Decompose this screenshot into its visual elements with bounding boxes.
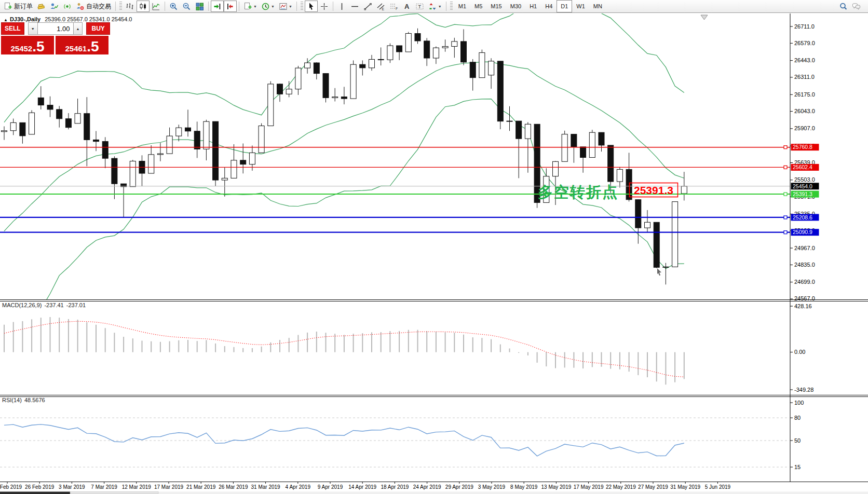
tile-windows-button[interactable] — [193, 1, 206, 12]
annotation-text: 多空转折点 — [538, 184, 618, 200]
price-tick-label: 26043.0 — [794, 108, 815, 114]
autoscroll-icon — [213, 2, 222, 11]
label-icon: T — [415, 2, 424, 11]
dropdown-arrow-icon[interactable]: ▼ — [271, 5, 275, 8]
cursor-icon — [307, 2, 316, 11]
toolbar-drag-handle[interactable] — [450, 2, 453, 11]
chat-button[interactable] — [850, 1, 863, 12]
toolbar-separator — [115, 2, 116, 11]
volume-decrease-button[interactable]: ▼ — [28, 22, 38, 35]
zoom-out-button[interactable] — [180, 1, 193, 12]
trendline-button[interactable] — [361, 1, 374, 12]
ea-icon — [50, 2, 59, 11]
timeframe-mn-button[interactable]: MN — [589, 0, 606, 12]
timeframe-h4-button[interactable]: H4 — [541, 0, 557, 12]
macd-indicator-label: MACD(12,26,9)-237.41-237.01 — [2, 302, 88, 308]
ohlc-values: 25396.0 25567.0 25341.0 25454.0 — [45, 16, 132, 22]
timeframe-m30-button[interactable]: M30 — [506, 0, 525, 12]
date-label: 13 May 2019 — [541, 484, 571, 490]
toolbar-drag-handle[interactable] — [119, 2, 122, 11]
autotrade-icon — [76, 2, 85, 11]
channel-icon: E — [376, 2, 385, 11]
periods-button[interactable]: ▼ — [259, 1, 277, 12]
bar-chart-button[interactable] — [124, 1, 137, 12]
search-button[interactable] — [837, 1, 850, 12]
date-label: 8 May 2019 — [510, 484, 538, 490]
expert-advisors-button[interactable] — [48, 1, 61, 12]
crosshair-button[interactable] — [318, 1, 331, 12]
zoom-in-button[interactable] — [167, 1, 180, 12]
date-label: 21 Mar 2019 — [186, 484, 216, 490]
date-label: 12 Mar 2019 — [122, 484, 152, 490]
clock-icon — [261, 2, 270, 11]
text-label-button[interactable]: T — [413, 1, 426, 12]
dropdown-arrow-icon[interactable]: ▼ — [289, 5, 292, 8]
one-click-collapse-arrow[interactable]: ▲ — [4, 18, 8, 22]
price-line-axis-label: 25208.6 — [793, 214, 812, 221]
date-label: 17 May 2019 — [574, 484, 604, 490]
price-line-axis-label: 25760.8 — [793, 144, 812, 150]
trading-platform-window: 新订单自动交易▼▼▼EFAT▼M1M5M15M30H1H4D1W1MN 2671… — [0, 0, 868, 494]
dropdown-arrow-icon[interactable]: ▼ — [438, 5, 442, 8]
autotrading-button[interactable]: 自动交易 — [74, 1, 113, 12]
fibonacci-button[interactable]: F — [387, 1, 400, 12]
horizontal-line-button[interactable] — [348, 1, 361, 12]
rsi-level-label: 50 — [794, 437, 801, 444]
timeframe-m15-button[interactable]: M15 — [486, 0, 506, 12]
text-icon: A — [402, 2, 411, 11]
sell-button[interactable]: SELL — [1, 22, 24, 35]
sell-price-frac: .5 — [32, 40, 44, 53]
hline-icon — [350, 2, 359, 11]
toolbar-separator — [239, 2, 239, 11]
templates-button[interactable]: ▼ — [277, 1, 294, 12]
tile-windows-icon — [195, 2, 204, 11]
sell-price-display[interactable]: 25452.5 — [1, 36, 54, 54]
volume-increase-button[interactable]: ▲ — [73, 22, 83, 35]
timeframe-h1-button[interactable]: H1 — [525, 0, 541, 12]
chart-canvas: 26711.026579.026443.026311.026175.026043… — [0, 13, 868, 494]
new-order-button[interactable]: 新订单 — [2, 1, 35, 12]
candlestick-chart-button[interactable] — [137, 1, 150, 12]
line-chart-button[interactable] — [150, 1, 162, 12]
timeframe-w1-button[interactable]: W1 — [572, 0, 589, 12]
price-tick-label: 26175.0 — [794, 91, 815, 98]
signals-button[interactable] — [61, 1, 74, 12]
equidistant-channel-button[interactable]: E — [374, 1, 387, 12]
text-button[interactable]: A — [400, 1, 413, 12]
price-line-axis-label: 25454.0 — [793, 183, 812, 189]
toolbar-separator — [296, 2, 297, 11]
arrows-button[interactable]: ▼ — [426, 1, 444, 12]
timeframe-m1-button[interactable]: M1 — [454, 0, 470, 12]
chat-icon — [852, 2, 861, 11]
date-label: 21 Feb 2019 — [0, 484, 22, 490]
rsi-level-label: 15 — [794, 464, 801, 470]
buy-price-display[interactable]: 25461.5 — [56, 36, 108, 54]
vertical-line-button[interactable] — [335, 1, 348, 12]
price-tick-label: 25907.0 — [794, 125, 815, 131]
date-label: 17 Mar 2019 — [154, 484, 184, 490]
timeframe-d1-button[interactable]: D1 — [557, 0, 572, 12]
date-label: 3 Mar 2019 — [59, 484, 85, 490]
macd-axis-label: 428.16 — [794, 303, 812, 309]
rsi-indicator-label: RSI(14)48.5676 — [2, 397, 48, 403]
cursor-button[interactable] — [305, 1, 318, 12]
chart-shift-button[interactable] — [224, 1, 237, 12]
indicators-button[interactable]: ▼ — [241, 1, 259, 12]
autoscroll-button[interactable] — [211, 1, 224, 12]
shapes-icon — [428, 2, 437, 11]
candles-chart-icon — [139, 2, 147, 11]
volume-input[interactable] — [38, 22, 73, 35]
toolbar-separator — [333, 2, 333, 11]
toolbar-separator — [446, 2, 446, 11]
svg-text:T: T — [418, 4, 421, 9]
signal-icon — [63, 2, 72, 11]
dropdown-arrow-icon[interactable]: ▼ — [253, 5, 257, 8]
svg-text:A: A — [404, 3, 410, 10]
buy-button[interactable]: BUY — [86, 22, 110, 35]
price-tick-label: 24567.0 — [794, 295, 815, 301]
toolbar-drag-handle[interactable] — [301, 2, 303, 11]
timeframe-m5-button[interactable]: M5 — [470, 0, 486, 12]
chart-window-button[interactable] — [35, 1, 48, 12]
toolbar-separator — [208, 2, 209, 11]
date-label: 24 Apr 2019 — [413, 484, 441, 490]
